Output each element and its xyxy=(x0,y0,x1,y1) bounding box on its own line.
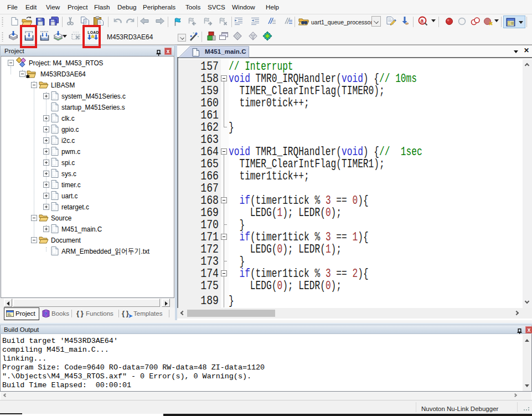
svg-text:?: ? xyxy=(44,311,48,317)
svg-text:a: a xyxy=(421,18,424,24)
